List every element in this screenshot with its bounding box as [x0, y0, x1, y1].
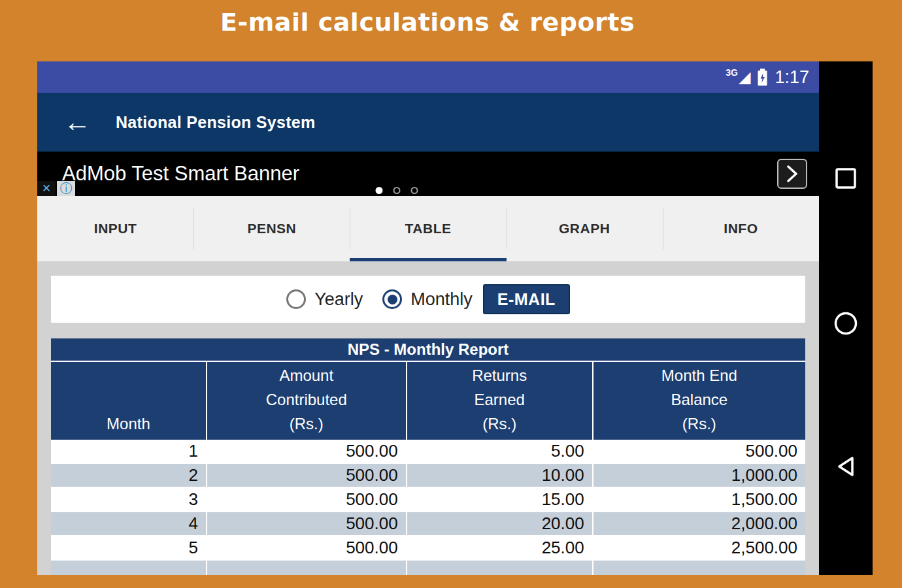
- table-cell: 500.00: [207, 536, 407, 561]
- ad-banner-text: AdMob Test Smart Banner: [62, 162, 299, 186]
- ad-close-icon[interactable]: ✕: [37, 181, 56, 196]
- network-type-label: 3G: [726, 67, 738, 78]
- report-table: NPS - Monthly Report Month: [51, 338, 805, 575]
- table-header-row: Month Amount Contributed (Rs.) Returns E…: [51, 362, 805, 440]
- page-title: E-mail calculations & reports: [37, 8, 818, 37]
- clock: 1:17: [775, 67, 809, 88]
- back-triangle-icon[interactable]: [834, 455, 858, 478]
- app-screen: 3G ◢ 1:17 ← National Pension System AdMo…: [37, 61, 819, 575]
- table-cell: 500.00: [207, 464, 407, 488]
- radio-monthly[interactable]: Monthly: [382, 289, 473, 310]
- back-arrow-icon[interactable]: ←: [63, 108, 91, 136]
- carousel-dot: [393, 187, 401, 194]
- table-cell: 3: [51, 488, 207, 512]
- table-cell: 1: [51, 440, 207, 464]
- home-circle-icon[interactable]: [833, 311, 858, 336]
- tab-info[interactable]: INFO: [663, 196, 819, 261]
- table-cell: 2,500.00: [593, 536, 805, 561]
- radio-yearly-label: Yearly: [314, 289, 363, 310]
- carousel-dot: [411, 187, 418, 194]
- status-bar: 3G ◢ 1:17: [37, 61, 819, 93]
- carousel-dots: [376, 187, 418, 194]
- ad-banner[interactable]: AdMob Test Smart Banner ✕ ⓘ: [37, 152, 819, 196]
- table-cell: 500.00: [593, 440, 805, 464]
- column-header-month: Month: [51, 362, 207, 440]
- recents-square-icon[interactable]: [834, 167, 858, 190]
- table-cell: 1,500.00: [593, 488, 805, 512]
- table-row: 1 500.00 5.00 500.00: [51, 440, 805, 464]
- tab-graph[interactable]: GRAPH: [507, 196, 663, 261]
- page-background: E-mail calculations & reports 3G ◢ 1:17 …: [0, 0, 902, 588]
- table-row: 4 500.00 20.00 2,000.00: [51, 512, 805, 536]
- table-cell: 10.00: [407, 464, 593, 488]
- table-row-partial: [51, 561, 805, 575]
- tab-input[interactable]: INPUT: [37, 196, 193, 261]
- tab-pensn[interactable]: PENSN: [193, 196, 350, 261]
- table-cell: 5.00: [407, 440, 593, 464]
- table-row: 2 500.00 10.00 1,000.00: [51, 464, 805, 488]
- radio-yearly-circle[interactable]: [286, 289, 306, 309]
- tab-bar: INPUT PENSN TABLE GRAPH INFO: [37, 196, 819, 261]
- table-cell: 5: [51, 536, 207, 561]
- phone-screenshot: 3G ◢ 1:17 ← National Pension System AdMo…: [37, 61, 873, 575]
- active-tab-underline: [350, 258, 506, 261]
- table-row: 5 500.00 25.00 2,500.00: [51, 536, 805, 561]
- table-cell: 20.00: [407, 512, 593, 536]
- table-cell: 2: [51, 464, 207, 488]
- column-header-returns-earned: Returns Earned (Rs.): [407, 362, 593, 440]
- ad-next-button[interactable]: [777, 159, 807, 189]
- table-row: 3 500.00 15.00 1,500.00: [51, 488, 805, 512]
- email-button[interactable]: E-MAIL: [483, 284, 570, 314]
- table-cell: 25.00: [407, 536, 593, 561]
- chevron-right-icon: [786, 164, 799, 184]
- table-cell: 2,000.00: [593, 512, 805, 536]
- column-header-month-end-balance: Month End Balance (Rs.): [593, 362, 805, 440]
- report-controls: Yearly Monthly E-MAIL: [51, 276, 805, 323]
- app-bar: ← National Pension System: [37, 93, 819, 152]
- radio-monthly-circle[interactable]: [382, 289, 402, 309]
- table-cell: 4: [51, 512, 207, 536]
- signal-strength-icon: ◢: [739, 69, 750, 85]
- android-nav-bar: [819, 61, 873, 575]
- table-cell: 1,000.00: [593, 464, 805, 488]
- report-table-title: NPS - Monthly Report: [51, 338, 805, 362]
- content-area: Yearly Monthly E-MAIL NPS - Monthly Repo…: [37, 261, 819, 575]
- table-cell: 15.00: [407, 488, 593, 512]
- carousel-dot-active: [376, 187, 383, 194]
- table-cell: 500.00: [207, 488, 407, 512]
- tab-table[interactable]: TABLE: [350, 196, 506, 261]
- table-cell: 500.00: [207, 512, 407, 536]
- battery-charging-icon: [757, 69, 768, 86]
- ad-info-icon[interactable]: ⓘ: [57, 181, 75, 196]
- radio-yearly[interactable]: Yearly: [286, 289, 363, 310]
- radio-monthly-label: Monthly: [410, 289, 473, 310]
- app-bar-title: National Pension System: [116, 113, 316, 132]
- table-cell: 500.00: [207, 440, 407, 464]
- column-header-amount-contributed: Amount Contributed (Rs.): [207, 362, 407, 440]
